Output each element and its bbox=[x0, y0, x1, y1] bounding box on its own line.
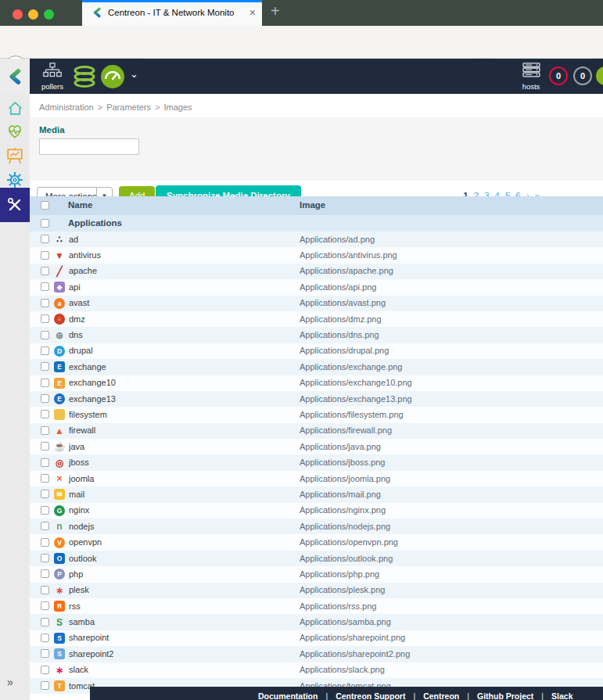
row-checkbox[interactable] bbox=[41, 522, 49, 530]
footer-link-centreon[interactable]: Centreon bbox=[423, 691, 459, 700]
row-checkbox[interactable] bbox=[41, 379, 49, 387]
row-checkbox[interactable] bbox=[41, 362, 49, 371]
table-row: Eexchange10Applications/exchange10.png bbox=[30, 375, 603, 391]
drupal-icon: D bbox=[54, 346, 65, 357]
row-checkbox[interactable] bbox=[41, 346, 49, 355]
row-checkbox[interactable] bbox=[41, 666, 49, 674]
table-row: ∴adApplications/ad.png bbox=[30, 232, 603, 247]
row-checkbox[interactable] bbox=[41, 681, 49, 690]
media-path: Applications/java.png bbox=[300, 442, 381, 451]
media-path: Applications/drupal.png bbox=[300, 346, 389, 355]
group-row-applications: Applications bbox=[30, 215, 603, 232]
app-header: pollers ⌄ hosts 0 0 bbox=[0, 59, 603, 94]
row-checkbox[interactable] bbox=[41, 538, 49, 547]
row-checkbox[interactable] bbox=[41, 506, 49, 515]
breadcrumb-administration[interactable]: Administration bbox=[39, 102, 94, 112]
row-checkbox[interactable] bbox=[41, 394, 49, 403]
media-path: Applications/openvpn.png bbox=[300, 537, 398, 547]
table-row: ☕javaApplications/java.png bbox=[30, 439, 603, 454]
table-row: ∗pleskApplications/plesk.png bbox=[30, 583, 603, 598]
media-name: nodejs bbox=[69, 522, 94, 531]
media-path: Applications/firewall.png bbox=[300, 425, 392, 435]
row-checkbox[interactable] bbox=[41, 299, 49, 307]
hosts-menu[interactable]: hosts bbox=[518, 63, 544, 91]
row-checkbox[interactable] bbox=[41, 458, 49, 467]
centreon-logo[interactable] bbox=[0, 59, 30, 94]
ad-icon: ∴ bbox=[54, 234, 65, 245]
row-checkbox[interactable] bbox=[41, 586, 49, 594]
app-footer: Documentation|Centreon Support|Centreon|… bbox=[90, 687, 603, 700]
footer-link-support[interactable]: Centreon Support bbox=[336, 691, 405, 700]
api-icon: ◆ bbox=[54, 282, 65, 293]
row-checkbox[interactable] bbox=[41, 474, 49, 483]
easel-chart-icon bbox=[6, 147, 23, 164]
row-checkbox[interactable] bbox=[41, 649, 49, 658]
new-tab-button[interactable]: + bbox=[271, 2, 280, 20]
heartbeat-icon bbox=[6, 123, 23, 140]
group-checkbox[interactable] bbox=[41, 219, 49, 228]
hosts-down-badge[interactable]: 0 bbox=[549, 66, 568, 85]
footer-link-slack[interactable]: Slack bbox=[551, 691, 572, 700]
row-checkbox[interactable] bbox=[41, 282, 49, 291]
hosts-up-badge[interactable] bbox=[596, 66, 603, 85]
row-checkbox[interactable] bbox=[41, 235, 49, 243]
row-checkbox[interactable] bbox=[41, 267, 49, 275]
footer-link-documentation[interactable]: Documentation bbox=[258, 691, 318, 700]
macos-titlebar: Centreon - IT & Network Monito × + bbox=[0, 0, 603, 26]
column-header-image[interactable]: Image bbox=[300, 200, 325, 210]
sidebar-item-administration[interactable] bbox=[0, 188, 30, 222]
table-row: nnodejsApplications/nodejs.png bbox=[30, 519, 603, 534]
media-table-body: ∴adApplications/ad.png▼antivirusApplicat… bbox=[30, 232, 603, 694]
close-window-button[interactable] bbox=[13, 9, 23, 20]
row-checkbox[interactable] bbox=[41, 601, 49, 610]
select-all-checkbox[interactable] bbox=[41, 201, 49, 210]
table-row: ×joomlaApplications/joomla.png bbox=[30, 471, 603, 486]
media-name: sharepoint bbox=[69, 633, 109, 642]
media-table: Name Image Applications ∴adApplications/… bbox=[30, 196, 603, 694]
sidebar-item-monitoring[interactable] bbox=[0, 120, 30, 143]
media-name: apache bbox=[69, 266, 97, 275]
media-name: api bbox=[69, 282, 81, 292]
media-name: samba bbox=[69, 617, 95, 626]
row-checkbox[interactable] bbox=[41, 490, 49, 498]
media-name: ad bbox=[69, 235, 78, 244]
database-status-icon[interactable] bbox=[72, 64, 97, 92]
hosts-unreachable-badge[interactable]: 0 bbox=[573, 66, 592, 85]
media-name: outlook bbox=[69, 554, 96, 563]
row-checkbox[interactable] bbox=[41, 251, 49, 260]
mail-icon: ✉ bbox=[54, 489, 65, 500]
footer-link-github[interactable]: Github Project bbox=[477, 691, 533, 700]
centreon-favicon bbox=[92, 7, 102, 21]
active-tab-indicator bbox=[82, 0, 262, 2]
row-checkbox[interactable] bbox=[41, 554, 49, 562]
column-header-name[interactable]: Name bbox=[68, 200, 92, 210]
media-name: plesk bbox=[69, 585, 89, 594]
latency-gauge-icon[interactable] bbox=[100, 64, 125, 92]
media-name: exchange10 bbox=[69, 378, 116, 387]
chevron-down-icon[interactable]: ⌄ bbox=[130, 68, 138, 80]
sidebar-item-reporting[interactable] bbox=[0, 144, 30, 167]
sidebar-expand-icon[interactable]: » bbox=[7, 676, 13, 688]
row-checkbox[interactable] bbox=[41, 410, 49, 418]
media-name: jboss bbox=[69, 458, 89, 467]
media-path: Applications/exchange.png bbox=[300, 362, 402, 372]
browser-tab[interactable]: Centreon - IT & Network Monito × bbox=[82, 0, 262, 26]
media-path: Applications/avast.png bbox=[300, 298, 386, 307]
pollers-menu[interactable]: pollers bbox=[39, 63, 66, 91]
row-checkbox[interactable] bbox=[41, 331, 49, 339]
row-checkbox[interactable] bbox=[41, 569, 49, 578]
row-checkbox[interactable] bbox=[41, 426, 49, 435]
breadcrumb-parameters[interactable]: Parameters bbox=[106, 102, 151, 112]
sidebar-item-home[interactable] bbox=[0, 96, 30, 120]
minimize-window-button[interactable] bbox=[28, 9, 38, 20]
sidebar-nav: » bbox=[0, 94, 30, 700]
table-row: PphpApplications/php.png bbox=[30, 566, 603, 582]
row-checkbox[interactable] bbox=[41, 618, 49, 626]
table-row: ∗slackApplications/slack.png bbox=[30, 662, 603, 678]
row-checkbox[interactable] bbox=[41, 314, 49, 323]
row-checkbox[interactable] bbox=[41, 634, 49, 642]
zoom-window-button[interactable] bbox=[44, 9, 54, 20]
media-filter-input[interactable] bbox=[39, 138, 139, 155]
row-checkbox[interactable] bbox=[41, 442, 49, 451]
close-tab-icon[interactable]: × bbox=[249, 6, 256, 19]
